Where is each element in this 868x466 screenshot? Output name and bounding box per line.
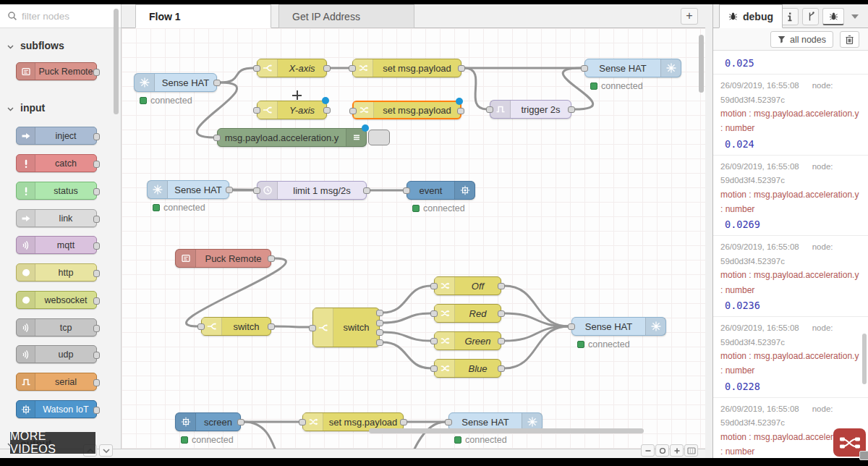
panel-divider[interactable] xyxy=(705,4,712,458)
flow-node-x-axis[interactable]: X-axis xyxy=(257,59,327,77)
palette-node-inject[interactable]: inject xyxy=(16,127,97,145)
wire[interactable] xyxy=(274,326,310,327)
port-in[interactable] xyxy=(253,65,260,72)
palette-node-http[interactable]: http xyxy=(16,263,97,281)
palette-node-puck-remote[interactable]: Puck Remote xyxy=(16,62,97,80)
port-in[interactable] xyxy=(197,323,205,330)
message-value[interactable]: 0.025 xyxy=(720,57,861,69)
wire[interactable] xyxy=(186,258,286,326)
port-in[interactable] xyxy=(213,135,221,141)
port-out[interactable] xyxy=(568,106,575,113)
port-out[interactable] xyxy=(268,323,275,330)
wire[interactable] xyxy=(464,68,487,109)
palette-node-watson-iot[interactable]: Watson IoT xyxy=(16,400,97,418)
port-out[interactable] xyxy=(458,65,465,72)
tab-info[interactable] xyxy=(780,8,799,25)
port-in[interactable] xyxy=(486,106,493,113)
flow-node-puck-remote[interactable]: Puck Remote xyxy=(175,249,271,268)
port-out[interactable] xyxy=(93,188,100,195)
flow-node-trigger-2s[interactable]: trigger 2s xyxy=(490,100,571,119)
flow-node-sense-hat-3[interactable]: Sense HAT xyxy=(147,180,229,199)
flow-node-off[interactable]: Off xyxy=(434,276,501,295)
palette-section-subflows[interactable]: subflows xyxy=(7,40,64,51)
port-in[interactable] xyxy=(568,323,575,330)
more-videos-overlay[interactable]: MORE VIDEOS xyxy=(10,432,95,454)
message-value[interactable]: 0.024 xyxy=(720,138,861,150)
port-in[interactable] xyxy=(445,419,452,425)
port-in[interactable] xyxy=(430,283,438,289)
debug-toggle-button[interactable] xyxy=(368,130,390,145)
palette-node-websocket[interactable]: websocket xyxy=(16,291,97,309)
flow-node-y-axis[interactable]: Y-axis xyxy=(257,101,327,119)
debug-message[interactable]: 26/09/2019, 16:55:08node:59d0d3f4.52397c… xyxy=(713,317,868,398)
port-in[interactable] xyxy=(349,65,356,72)
flow-node-blue[interactable]: Blue xyxy=(434,359,501,378)
flow-node-event[interactable]: event xyxy=(407,181,475,200)
port-out[interactable] xyxy=(93,161,100,168)
wire[interactable] xyxy=(244,422,308,449)
flow-node-sense-hat-1[interactable]: Sense HAT xyxy=(134,73,217,92)
port-in[interactable] xyxy=(581,65,588,72)
port-out[interactable] xyxy=(376,329,383,336)
port-out[interactable] xyxy=(93,69,100,76)
palette-scrollbar[interactable] xyxy=(114,9,119,114)
port-out[interactable] xyxy=(237,419,244,425)
wire[interactable] xyxy=(383,342,431,368)
port-out[interactable] xyxy=(498,338,505,344)
palette-node-link[interactable]: link xyxy=(16,209,97,227)
flow-node-sense-hat-2[interactable]: Sense HAT xyxy=(584,59,681,77)
message-value[interactable]: 0.0228 xyxy=(720,381,861,392)
flow-node-green[interactable]: Green xyxy=(434,331,501,350)
tab-debug[interactable]: debug xyxy=(719,4,783,28)
port-out[interactable] xyxy=(376,339,383,346)
palette-node-status[interactable]: status xyxy=(16,182,97,200)
palette-node-serial[interactable]: serial xyxy=(16,373,97,391)
port-out[interactable] xyxy=(363,187,370,194)
tab-config-nodes[interactable] xyxy=(802,8,819,25)
port-in[interactable] xyxy=(349,108,357,114)
flow-tab-flow-1[interactable]: Flow 1 xyxy=(135,4,271,28)
wire[interactable] xyxy=(383,286,431,313)
flow-node-set-msg-payload-1[interactable]: set msg.payload xyxy=(352,59,461,77)
palette-scroll-down-button[interactable] xyxy=(99,444,113,457)
port-out[interactable] xyxy=(213,80,221,86)
debug-message[interactable]: 26/09/2019, 16:55:08node:59d0d3f4.52397c… xyxy=(713,236,868,317)
port-in[interactable] xyxy=(299,419,306,425)
flow-node-set-msg-payload-2[interactable]: set msg.payload xyxy=(352,101,461,119)
port-out[interactable] xyxy=(376,310,383,316)
port-out[interactable] xyxy=(323,107,331,114)
port-out[interactable] xyxy=(498,365,505,372)
flow-node-switch-1[interactable]: switch xyxy=(201,317,271,336)
port-in[interactable] xyxy=(309,325,316,331)
port-out[interactable] xyxy=(376,320,383,326)
port-in[interactable] xyxy=(253,107,260,114)
port-out[interactable] xyxy=(268,255,275,262)
port-out[interactable] xyxy=(93,297,100,305)
port-out[interactable] xyxy=(457,108,464,114)
palette-node-udp[interactable]: udp xyxy=(16,345,97,363)
palette-node-tcp[interactable]: tcp xyxy=(16,318,97,336)
flow-node-screen[interactable]: screen xyxy=(175,412,241,431)
flow-node-debug-acceleration[interactable]: msg.payload.acceleration.y xyxy=(217,128,367,147)
port-in[interactable] xyxy=(253,187,260,194)
debug-clear-button[interactable] xyxy=(840,31,859,48)
palette-node-mqtt[interactable]: mqtt xyxy=(16,236,97,254)
palette-node-catch[interactable]: catch xyxy=(16,154,97,172)
node-red-logo-watermark[interactable] xyxy=(833,428,866,457)
flow-node-switch-2[interactable]: switch xyxy=(312,308,380,347)
port-out[interactable] xyxy=(400,419,407,425)
port-out[interactable] xyxy=(93,242,100,250)
flow-canvas[interactable]: Sense HATconnectedX-axisset msg.payloadS… xyxy=(122,28,705,449)
port-out[interactable] xyxy=(93,133,100,140)
port-in[interactable] xyxy=(430,365,438,372)
debug-filter-button[interactable]: all nodes xyxy=(770,31,833,48)
wire[interactable] xyxy=(398,422,446,449)
debug-message[interactable]: 26/09/2019, 16:55:08node:59d0d3f4.52397c… xyxy=(713,75,868,156)
flow-node-red[interactable]: Red xyxy=(434,304,501,323)
search-input[interactable] xyxy=(22,7,112,25)
port-out[interactable] xyxy=(93,216,100,223)
flow-node-limit-1-msg-2s[interactable]: limit 1 msg/2s xyxy=(257,181,367,200)
port-in[interactable] xyxy=(403,187,410,194)
port-in[interactable] xyxy=(430,338,438,344)
port-out[interactable] xyxy=(93,352,100,359)
